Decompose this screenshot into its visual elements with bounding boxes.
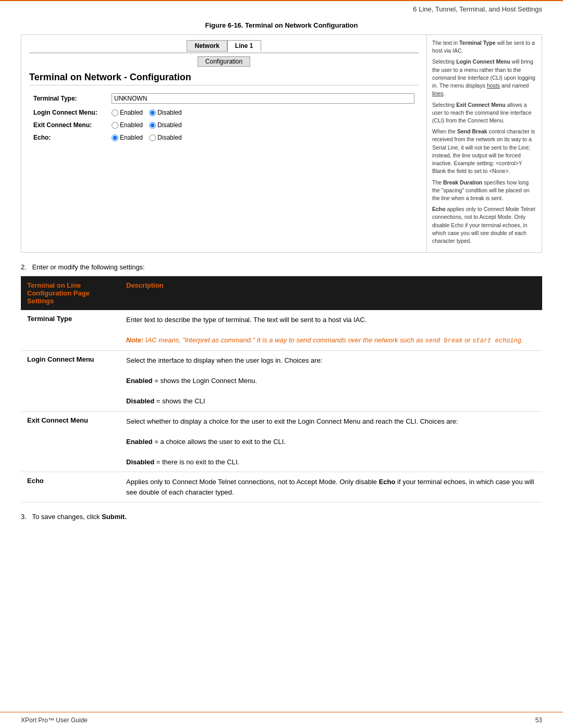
figure-left: Network Line 1 Configuration Terminal on… — [21, 35, 427, 252]
table-row-echo: Echo Applies only to Connect Mode Telnet… — [21, 472, 542, 502]
col-header-description: Description — [120, 276, 542, 310]
terminal-type-value — [107, 91, 419, 106]
echo-disabled-option[interactable]: Disabled — [149, 134, 182, 141]
exit-connect-value: Enabled Disabled — [107, 119, 419, 131]
configuration-button[interactable]: Configuration — [198, 56, 250, 67]
setting-login-connect: Login Connect Menu — [21, 351, 120, 412]
footer-left: XPort Pro™ User Guide — [21, 717, 88, 724]
echo-radio-group: Enabled Disabled — [112, 134, 414, 141]
login-connect-disabled-option[interactable]: Disabled — [149, 109, 182, 116]
desc-terminal-type: Enter text to describe the type of termi… — [120, 310, 542, 351]
config-btn-row: Configuration — [29, 56, 419, 67]
desc-login-connect: Select the interface to display when the… — [120, 351, 542, 412]
echo-label: Echo: — [29, 131, 107, 144]
exit-connect-label: Exit Connect Menu: — [29, 119, 107, 131]
exit-connect-disabled-option[interactable]: Disabled — [149, 121, 182, 129]
settings-table-header-row: Terminal on LineConfiguration PageSettin… — [21, 276, 542, 310]
nav-tabs: Network Line 1 — [29, 40, 419, 52]
footer-right: 53 — [535, 717, 542, 724]
figure-caption: Figure 6-16. Terminal on Network Configu… — [21, 21, 542, 29]
page-header: 6 Line, Tunnel, Terminal, and Host Setti… — [0, 0, 563, 16]
table-row-login-connect: Login Connect Menu Select the interface … — [21, 351, 542, 412]
note-4: When the Send Break control character is… — [432, 128, 536, 175]
setting-echo: Echo — [21, 472, 120, 502]
page-footer: XPort Pro™ User Guide 53 — [0, 712, 563, 728]
desc-echo: Applies only to Connect Mode Telnet conn… — [120, 472, 542, 502]
config-page-title: Terminal on Network - Configuration — [29, 72, 419, 85]
form-row-terminal-type: Terminal Type: — [29, 91, 419, 106]
exit-connect-disabled-radio[interactable] — [149, 122, 156, 129]
tab-line1[interactable]: Line 1 — [227, 40, 261, 52]
desc-exit-connect: Select whether to display a choice for t… — [120, 411, 542, 472]
config-form-table: Terminal Type: Login Connect Menu: Enabl… — [29, 91, 419, 144]
login-connect-value: Enabled Disabled — [107, 106, 419, 119]
exit-connect-enabled-radio[interactable] — [112, 122, 118, 129]
note-1: The text in Terminal Type will be sent t… — [432, 39, 536, 55]
note-3: Selecting Exit Connect Menu allows a use… — [432, 101, 536, 125]
form-row-exit-connect: Exit Connect Menu: Enabled Disabled — [29, 119, 419, 131]
form-row-login-connect: Login Connect Menu: Enabled Disabled — [29, 106, 419, 119]
echo-enabled-option[interactable]: Enabled — [112, 134, 143, 141]
terminal-type-label: Terminal Type: — [29, 91, 107, 106]
terminal-type-input[interactable] — [112, 93, 414, 104]
form-row-echo: Echo: Enabled Disabled — [29, 131, 419, 144]
col-header-settings: Terminal on LineConfiguration PageSettin… — [21, 276, 120, 310]
table-row-terminal-type: Terminal Type Enter text to describe the… — [21, 310, 542, 351]
exit-connect-radio-group: Enabled Disabled — [112, 121, 414, 129]
echo-enabled-radio[interactable] — [112, 134, 118, 141]
step2-text: 2. Enter or modify the following setting… — [21, 263, 542, 271]
step3-text: 3. To save changes, click Submit. — [21, 513, 542, 521]
figure-container: Network Line 1 Configuration Terminal on… — [21, 34, 542, 253]
table-row-exit-connect: Exit Connect Menu Select whether to disp… — [21, 411, 542, 472]
echo-disabled-radio[interactable] — [149, 134, 156, 141]
setting-terminal-type: Terminal Type — [21, 310, 120, 351]
login-connect-enabled-radio[interactable] — [112, 109, 118, 116]
note-5: The Break Duration specifies how long th… — [432, 179, 536, 203]
login-connect-disabled-radio[interactable] — [149, 109, 156, 116]
note-6: Echo applies only to Connect Mode Telnet… — [432, 205, 536, 245]
setting-exit-connect: Exit Connect Menu — [21, 411, 120, 472]
figure-sidebar-notes: The text in Terminal Type will be sent t… — [427, 35, 542, 252]
settings-table: Terminal on LineConfiguration PageSettin… — [21, 276, 542, 502]
chapter-title: 6 Line, Tunnel, Terminal, and Host Setti… — [413, 5, 542, 13]
login-connect-radio-group: Enabled Disabled — [112, 109, 414, 116]
nav-tabs-divider — [29, 53, 419, 53]
login-connect-enabled-option[interactable]: Enabled — [112, 109, 143, 116]
note-2: Selecting Login Connect Menu will bring … — [432, 58, 536, 97]
login-connect-label: Login Connect Menu: — [29, 106, 107, 119]
echo-value: Enabled Disabled — [107, 131, 419, 144]
main-content: Figure 6-16. Terminal on Network Configu… — [0, 21, 563, 557]
tab-network[interactable]: Network — [187, 40, 227, 52]
exit-connect-enabled-option[interactable]: Enabled — [112, 121, 143, 129]
